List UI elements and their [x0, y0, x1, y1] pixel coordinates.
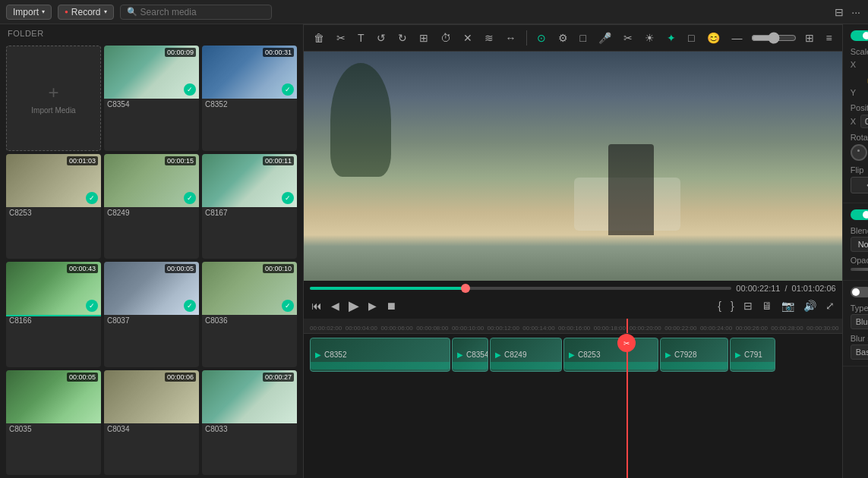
fullscreen-button[interactable]: □	[576, 30, 590, 46]
progress-fill	[310, 287, 466, 290]
search-input[interactable]	[140, 7, 265, 17]
list-item[interactable]: 00:00:05 C8035	[6, 370, 101, 476]
main-area: FOLDER + Import Media 00:00:09 ✓ C8354 0…	[0, 24, 868, 478]
clip-video-icon: ▶	[665, 351, 671, 359]
effects-button[interactable]: ✦	[663, 30, 680, 46]
pos-x-field[interactable]	[860, 115, 868, 128]
mic-button[interactable]: 🎤	[595, 30, 615, 46]
clip-c7928[interactable]: ▶ C7928	[660, 338, 728, 372]
sun-button[interactable]: ☀	[641, 30, 658, 46]
list-item[interactable]: 00:00:10 ✓ C8036	[202, 262, 297, 367]
scissors-button[interactable]: ✂	[620, 30, 636, 46]
blend-mode-select[interactable]: Normal Multiply Screen Overlay	[851, 237, 868, 252]
clip-c8354[interactable]: ▶ C8354	[452, 338, 488, 372]
undo-button[interactable]: ↺	[373, 30, 390, 46]
list-item[interactable]: 00:00:06 C8034	[104, 370, 199, 476]
audio-button[interactable]: 🔊	[802, 298, 818, 313]
mark-in-button[interactable]: {	[716, 298, 723, 313]
clip-c8352[interactable]: ▶ C8352	[310, 338, 450, 372]
opacity-slider[interactable]	[851, 268, 868, 271]
list-item[interactable]: 00:00:31 ✓ C8352	[202, 46, 297, 151]
media-thumbnail: 00:00:06	[104, 370, 199, 423]
ruler-mark: 00:00:18:00	[594, 325, 630, 332]
clip-c8253[interactable]: ▶ C8253	[563, 338, 658, 372]
volume-slider[interactable]	[751, 32, 797, 44]
list-item[interactable]: 00:00:27 C8033	[202, 370, 297, 476]
timer-button[interactable]: ⏱	[437, 30, 455, 46]
blur-style-control: Blur style Basic Blur	[851, 334, 868, 360]
scale-y-row: Y −	[851, 86, 868, 99]
media-duration: 00:00:10	[263, 264, 294, 273]
frame-back-button[interactable]: ◀	[330, 298, 341, 313]
redo-button[interactable]: ↻	[394, 30, 411, 46]
list-item[interactable]: 00:00:43 ✓ C8166	[6, 262, 101, 367]
list-item[interactable]: 00:00:11 ✓ C8167	[202, 154, 297, 259]
expand-button[interactable]: ⤢	[824, 298, 836, 313]
mark-out-button[interactable]: }	[729, 298, 736, 313]
import-button[interactable]: Import ▾	[6, 5, 52, 20]
clip-c8249[interactable]: ▶ C8249	[490, 338, 562, 372]
list-item[interactable]: 00:00:05 ✓ C8037	[104, 262, 199, 367]
resize-button[interactable]: ↔	[502, 30, 520, 46]
media-name: C8249	[104, 207, 199, 219]
list-item[interactable]: 00:00:15 ✓ C8249	[104, 154, 199, 259]
stop-button[interactable]: ⏹	[384, 298, 398, 313]
ruler-mark: 00:00:22:00	[664, 325, 700, 332]
rotate-dial[interactable]	[851, 144, 867, 161]
pos-x-label: X	[851, 117, 856, 126]
text-button[interactable]: T	[354, 30, 368, 46]
blend-mode-label: Blend Mode	[851, 226, 868, 235]
grid-button[interactable]: ⊞	[415, 30, 432, 46]
volume-button[interactable]: —	[728, 30, 746, 46]
media-thumbnail: 00:00:15 ✓	[104, 154, 199, 207]
settings-toolbar-button[interactable]: ⚙	[554, 30, 572, 46]
record-active-button[interactable]: ⊙	[533, 30, 550, 46]
media-duration: 00:00:15	[165, 156, 196, 165]
delete-button[interactable]: 🗑	[310, 30, 328, 46]
clip-c791[interactable]: ▶ C791	[730, 338, 775, 372]
split-preview-button[interactable]: ⊟	[742, 298, 754, 313]
rotate-dial-dot	[857, 149, 860, 152]
list-item[interactable]: 00:00:09 ✓ C8354	[104, 46, 199, 151]
list-item[interactable]: 00:01:03 ✓ C8253	[6, 154, 101, 259]
transform-toggle[interactable]	[851, 30, 868, 41]
skip-back-button[interactable]: ⏮	[310, 298, 324, 313]
more-options-icon[interactable]: ···	[850, 5, 862, 20]
flip-label: Flip	[851, 165, 868, 175]
media-duration: 00:00:31	[263, 48, 294, 57]
close-button[interactable]: ✕	[459, 30, 476, 46]
snapshot-button[interactable]: 📷	[780, 298, 796, 313]
clip-name: C7928	[674, 351, 696, 359]
media-thumbnail: 00:01:03 ✓	[6, 154, 101, 207]
check-icon: ✓	[86, 192, 98, 204]
layout-grid-button[interactable]: ⊞	[801, 30, 818, 46]
record-button[interactable]: ● Record ▾	[58, 5, 114, 20]
clip-video-icon: ▶	[457, 351, 463, 359]
media-name: C8036	[202, 315, 297, 327]
playback-controls: ⏮ ◀ ▶ ▶ ⏹ { } ⊟ 🖥 📷 🔊 ⤢	[310, 296, 836, 316]
playhead-icon[interactable]: ✂	[617, 334, 636, 352]
frame-forward-button[interactable]: ▶	[367, 298, 378, 313]
media-name: C8035	[6, 423, 101, 436]
filter-icon[interactable]: ⊟	[833, 5, 845, 20]
background-toggle[interactable]	[851, 287, 868, 297]
media-duration: 00:00:27	[263, 373, 294, 382]
compositing-toggle[interactable]	[851, 209, 868, 220]
play-button[interactable]: ▶	[347, 296, 361, 316]
current-time: 00:00:22:11	[736, 284, 780, 293]
right-panel: Transform Scale X − 🔒 Y	[842, 24, 868, 478]
clip-name: C791	[744, 351, 762, 359]
split-button[interactable]: ≋	[481, 30, 497, 46]
center-panel: 🗑 ✂ T ↺ ↻ ⊞ ⏱ ✕ ≋ ↔ ⊙ ⚙ □ 🎤 ✂ ☀ ✦ □ 😊 —	[304, 24, 842, 478]
progress-track[interactable]	[310, 287, 731, 290]
layout-list-button[interactable]: ≡	[822, 30, 836, 46]
import-media-button[interactable]: + Import Media	[6, 46, 101, 151]
screen-button[interactable]: 🖥	[760, 298, 774, 313]
clip-name: C8249	[504, 351, 526, 359]
sticker-button[interactable]: □	[684, 30, 698, 46]
flip-horizontal-button[interactable]: ⇔	[851, 177, 868, 193]
media-duration: 00:00:06	[165, 373, 196, 382]
media-duration: 00:00:11	[263, 156, 294, 165]
emoji-button[interactable]: 😊	[703, 30, 724, 46]
cut-button[interactable]: ✂	[333, 30, 349, 46]
